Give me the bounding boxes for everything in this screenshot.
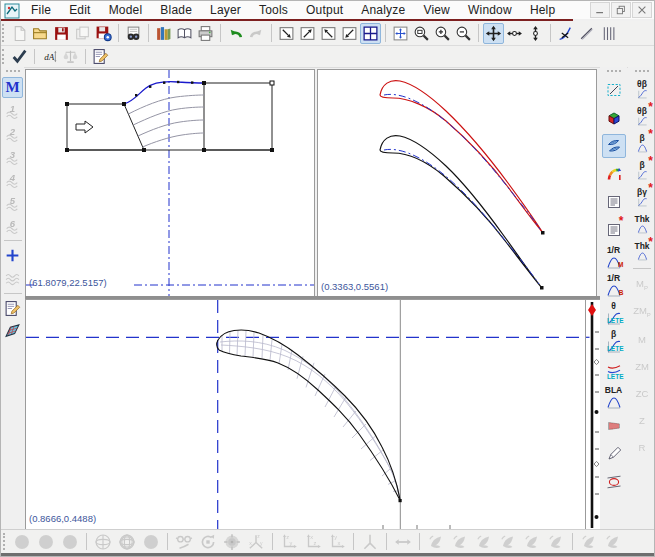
- fitall-icon: [392, 25, 409, 42]
- beta-le-te-button[interactable]: βLETE: [602, 330, 626, 354]
- toolbar-separator: [118, 24, 119, 42]
- pan-icon: [485, 25, 502, 42]
- menu-edit[interactable]: Edit: [60, 2, 99, 18]
- sect4-icon: 4: [4, 171, 21, 188]
- view-3d-button[interactable]: [2, 321, 23, 342]
- menu-output[interactable]: Output: [297, 2, 352, 18]
- toolbar-separator: [34, 49, 35, 64]
- model-library-button[interactable]: [153, 23, 174, 44]
- view-cube-3d-button[interactable]: [602, 106, 626, 130]
- list-icon: [606, 194, 622, 210]
- beta-gamma-edit-button[interactable]: βγ*: [629, 185, 655, 210]
- blade-mesh-coordinates: (0.8666,0.4488): [29, 513, 96, 524]
- pan-button[interactable]: [483, 23, 504, 44]
- save-all-button[interactable]: [93, 23, 114, 44]
- edit-curve-points-button[interactable]: [555, 23, 576, 44]
- profiles-viewport[interactable]: (0.3363,0.5561): [317, 69, 597, 297]
- theta-le-te-button[interactable]: θLETE: [602, 302, 626, 326]
- save-file-button[interactable]: [51, 23, 72, 44]
- zoom-corner-tl-button[interactable]: [318, 23, 339, 44]
- da-icon: dA: [41, 48, 58, 65]
- restore-button[interactable]: [611, 2, 631, 18]
- menu-analyze[interactable]: Analyze: [352, 2, 414, 18]
- open-file-button[interactable]: [30, 23, 51, 44]
- menu-tools[interactable]: Tools: [250, 2, 297, 18]
- minimize-button[interactable]: [590, 2, 610, 18]
- close-button[interactable]: [632, 2, 652, 18]
- curvature-blade-button[interactable]: 1/RB: [602, 274, 626, 298]
- wiresphere-icon: [94, 533, 112, 551]
- svg-text:y: y: [290, 539, 293, 545]
- zoom-window-button[interactable]: [411, 23, 432, 44]
- profiles-coordinates: (0.3363,0.5561): [321, 281, 388, 292]
- mp-coordinate-label: MP: [636, 279, 648, 293]
- stretch-vertical-button[interactable]: [525, 23, 546, 44]
- apply-changes-button[interactable]: [9, 46, 30, 67]
- zoom-out-button[interactable]: [453, 23, 474, 44]
- blade-mesh-viewport[interactable]: (0.8666,0.4488): [25, 299, 586, 531]
- data-list-current-button[interactable]: *: [602, 218, 626, 242]
- beta-distribution-edit-button[interactable]: β*: [629, 131, 655, 156]
- zoom-corner-bl-button[interactable]: [339, 23, 360, 44]
- le-te-curves-button[interactable]: LETE: [602, 358, 626, 382]
- print-button[interactable]: [195, 23, 216, 44]
- theta-beta-distribution-button[interactable]: θβ: [629, 77, 655, 102]
- report-button[interactable]: [90, 46, 111, 67]
- menu-layer[interactable]: Layer: [201, 2, 250, 18]
- four-pane-layout-button[interactable]: [360, 23, 381, 44]
- r-coordinate-button: R: [629, 435, 655, 460]
- open-book-button[interactable]: [174, 23, 195, 44]
- app-logo-icon: [4, 3, 20, 19]
- blade-surfaces-button[interactable]: [602, 134, 626, 158]
- beta-curve-edit-button[interactable]: β*: [629, 158, 655, 183]
- theta-beta-edit-button[interactable]: θβ*: [629, 104, 655, 129]
- sect5-icon: 5: [4, 194, 21, 211]
- main-view-button[interactable]: M: [2, 77, 23, 98]
- stretchv-icon: [527, 25, 544, 42]
- add-section-button[interactable]: [2, 245, 23, 266]
- zoomin-icon: [434, 25, 451, 42]
- menu-help[interactable]: Help: [521, 2, 564, 18]
- zoom-corner-tr-button[interactable]: [297, 23, 318, 44]
- data-list-button[interactable]: [602, 190, 626, 214]
- profiles-drawing: [318, 70, 596, 296]
- stretchh-icon: [506, 25, 523, 42]
- meshsphere-icon: [118, 533, 136, 551]
- winbr-icon: [278, 25, 295, 42]
- sect1-icon: 1: [4, 102, 21, 119]
- span-section-strip[interactable]: [586, 299, 600, 531]
- measure-angle-button[interactable]: dA: [39, 46, 60, 67]
- section-report-button[interactable]: [2, 298, 23, 319]
- find-model-button[interactable]: [123, 23, 144, 44]
- undo-button[interactable]: [225, 23, 246, 44]
- select-region-button[interactable]: [602, 78, 626, 102]
- toolbar-separator: [148, 24, 149, 42]
- plus-icon: [4, 247, 21, 264]
- draw-line-button[interactable]: [576, 23, 597, 44]
- flip-horizontal-button: [391, 531, 415, 553]
- thickness-edit-button[interactable]: Thk*: [629, 239, 655, 264]
- zoom-corner-br-button[interactable]: [276, 23, 297, 44]
- color-map-button[interactable]: [602, 162, 626, 186]
- fit-all-button[interactable]: [390, 23, 411, 44]
- menu-file[interactable]: File: [22, 2, 60, 18]
- menu-model[interactable]: Model: [100, 2, 152, 18]
- menu-window[interactable]: Window: [459, 2, 521, 18]
- tripod-icon: [361, 533, 379, 551]
- blade-angle-button[interactable]: BLA: [602, 386, 626, 410]
- menu-view[interactable]: View: [414, 2, 459, 18]
- zoom-in-button[interactable]: [432, 23, 453, 44]
- view3d-toolbar: zxyzyxzyx: [1, 529, 654, 556]
- beta-le-te-accent-label: LETE: [607, 346, 624, 353]
- thickness-distribution-button[interactable]: Thk: [629, 212, 655, 237]
- comb-analysis-button[interactable]: [597, 23, 618, 44]
- curvature-blade-label: 1/R: [607, 274, 620, 283]
- svg-text:5: 5: [10, 195, 16, 206]
- fit-circle-button[interactable]: [602, 470, 626, 494]
- menu-blade[interactable]: Blade: [151, 2, 201, 18]
- thickness-comb-button[interactable]: [602, 414, 626, 438]
- meridional-viewport[interactable]: (61.8079,22.5157): [25, 69, 315, 297]
- curvature-meridional-button[interactable]: 1/RM: [602, 246, 626, 270]
- stretch-horizontal-button[interactable]: [504, 23, 525, 44]
- straight-line-button[interactable]: [602, 442, 626, 466]
